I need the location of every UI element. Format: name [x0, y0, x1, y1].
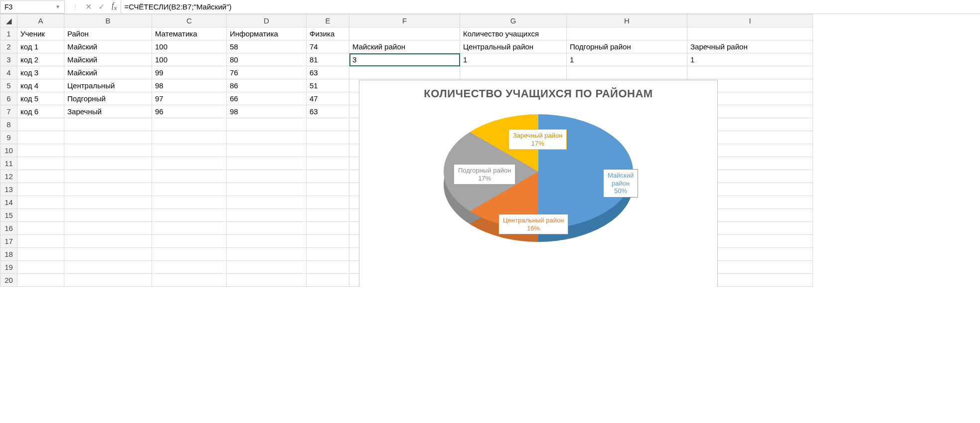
cell-G4[interactable] [460, 66, 567, 79]
cell-E15[interactable] [307, 209, 349, 222]
cell-C13[interactable] [152, 183, 227, 196]
cell-C16[interactable] [152, 222, 227, 235]
cell-G2[interactable]: Центральный район [460, 40, 567, 53]
cell-B20[interactable] [64, 274, 152, 287]
cell-E19[interactable] [307, 261, 349, 274]
row-header-10[interactable]: 10 [0, 144, 17, 157]
cell-A5[interactable]: код 4 [17, 79, 64, 92]
cell-A1[interactable]: Ученик [17, 27, 64, 40]
cell-E12[interactable] [307, 170, 349, 183]
cell-B4[interactable]: Майский [64, 66, 152, 79]
cell-F3[interactable]: 3 [349, 53, 460, 66]
cell-D15[interactable] [227, 209, 307, 222]
cell-D10[interactable] [227, 144, 307, 157]
cell-B12[interactable] [64, 170, 152, 183]
cell-D11[interactable] [227, 157, 307, 170]
row-header-3[interactable]: 3 [0, 53, 17, 66]
cell-B15[interactable] [64, 209, 152, 222]
cell-B11[interactable] [64, 157, 152, 170]
cell-E8[interactable] [307, 118, 349, 131]
cell-D13[interactable] [227, 183, 307, 196]
cell-E7[interactable]: 63 [307, 105, 349, 118]
cell-B10[interactable] [64, 144, 152, 157]
cell-C15[interactable] [152, 209, 227, 222]
cell-E6[interactable]: 47 [307, 92, 349, 105]
row-header-16[interactable]: 16 [0, 222, 17, 235]
cell-C19[interactable] [152, 261, 227, 274]
pie-chart[interactable]: КОЛИЧЕСТВО УЧАЩИХСЯ ПО РАЙОНАМ Заречный … [359, 80, 718, 287]
cell-A10[interactable] [17, 144, 64, 157]
cell-C2[interactable]: 100 [152, 40, 227, 53]
cell-B18[interactable] [64, 248, 152, 261]
cell-I4[interactable] [687, 66, 813, 79]
cell-F1[interactable] [349, 27, 460, 40]
cancel-icon[interactable]: ✕ [82, 2, 95, 11]
row-header-20[interactable]: 20 [0, 274, 17, 287]
cell-E17[interactable] [307, 235, 349, 248]
cell-E5[interactable]: 51 [307, 79, 349, 92]
confirm-icon[interactable]: ✓ [95, 2, 108, 11]
cell-D14[interactable] [227, 196, 307, 209]
col-header-C[interactable]: C [152, 14, 227, 27]
cell-C1[interactable]: Математика [152, 27, 227, 40]
col-header-D[interactable]: D [227, 14, 307, 27]
row-header-1[interactable]: 1 [0, 27, 17, 40]
cell-H1[interactable] [567, 27, 687, 40]
cell-E16[interactable] [307, 222, 349, 235]
cell-A9[interactable] [17, 131, 64, 144]
cell-C8[interactable] [152, 118, 227, 131]
row-header-18[interactable]: 18 [0, 248, 17, 261]
cell-G1[interactable]: Количество учащихся [460, 27, 567, 40]
cell-E14[interactable] [307, 196, 349, 209]
row-header-8[interactable]: 8 [0, 118, 17, 131]
row-header-4[interactable]: 4 [0, 66, 17, 79]
cell-A19[interactable] [17, 261, 64, 274]
cell-C11[interactable] [152, 157, 227, 170]
cell-A16[interactable] [17, 222, 64, 235]
cell-B19[interactable] [64, 261, 152, 274]
cell-C20[interactable] [152, 274, 227, 287]
row-header-15[interactable]: 15 [0, 209, 17, 222]
cell-E10[interactable] [307, 144, 349, 157]
row-header-12[interactable]: 12 [0, 170, 17, 183]
cell-E9[interactable] [307, 131, 349, 144]
cell-B17[interactable] [64, 235, 152, 248]
cell-B1[interactable]: Район [64, 27, 152, 40]
row-header-7[interactable]: 7 [0, 105, 17, 118]
cell-D8[interactable] [227, 118, 307, 131]
cell-B7[interactable]: Заречный [64, 105, 152, 118]
cell-F2[interactable]: Майский район [349, 40, 460, 53]
cell-C18[interactable] [152, 248, 227, 261]
cell-A12[interactable] [17, 170, 64, 183]
cell-A14[interactable] [17, 196, 64, 209]
cell-E18[interactable] [307, 248, 349, 261]
cell-H3[interactable]: 1 [567, 53, 687, 66]
cell-B8[interactable] [64, 118, 152, 131]
cell-B2[interactable]: Майский [64, 40, 152, 53]
cell-D1[interactable]: Информатика [227, 27, 307, 40]
cell-D16[interactable] [227, 222, 307, 235]
cell-D12[interactable] [227, 170, 307, 183]
cell-C17[interactable] [152, 235, 227, 248]
row-header-2[interactable]: 2 [0, 40, 17, 53]
col-header-F[interactable]: F [349, 14, 460, 27]
cell-reference-box[interactable]: F3 ▼ [0, 0, 65, 13]
cell-A7[interactable]: код 6 [17, 105, 64, 118]
col-header-I[interactable]: I [687, 14, 813, 27]
cell-E3[interactable]: 81 [307, 53, 349, 66]
cell-A20[interactable] [17, 274, 64, 287]
row-header-5[interactable]: 5 [0, 79, 17, 92]
cell-D4[interactable]: 76 [227, 66, 307, 79]
cell-E1[interactable]: Физика [307, 27, 349, 40]
cell-I1[interactable] [687, 27, 813, 40]
cell-E2[interactable]: 74 [307, 40, 349, 53]
cell-A15[interactable] [17, 209, 64, 222]
row-header-14[interactable]: 14 [0, 196, 17, 209]
cell-D2[interactable]: 58 [227, 40, 307, 53]
cell-A4[interactable]: код 3 [17, 66, 64, 79]
cell-D5[interactable]: 86 [227, 79, 307, 92]
cell-D17[interactable] [227, 235, 307, 248]
cell-C6[interactable]: 97 [152, 92, 227, 105]
cell-A17[interactable] [17, 235, 64, 248]
cell-C3[interactable]: 100 [152, 53, 227, 66]
